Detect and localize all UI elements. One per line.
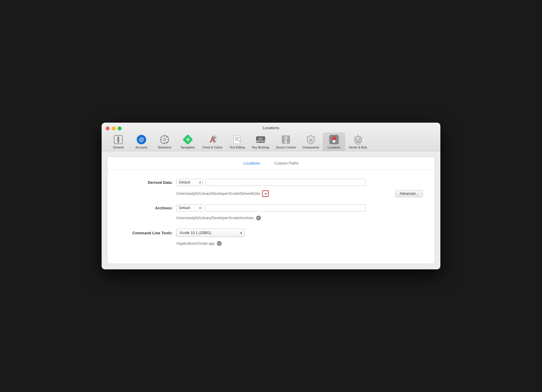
content-area: Locations Custom Paths Derived Data: Def… [102, 151, 440, 269]
cmd-reveal-button[interactable]: ➜ [217, 241, 222, 246]
toolbar-item-server-bots[interactable]: Server & Bots [346, 132, 370, 151]
command-line-tools-controls: Xcode 10.1 (10B61) None ⬍ [176, 229, 245, 237]
command-line-tools-label: Command Line Tools: [119, 231, 173, 235]
svg-point-38 [333, 137, 334, 138]
toolbar-item-source-control[interactable]: Source Control [273, 132, 299, 151]
key-bindings-icon: alt option [255, 134, 266, 145]
archives-controls: Default Relative Custom ⬍ [176, 204, 366, 211]
archives-path: /Users/andyli2/Library/Developer/Xcode/A… [176, 216, 254, 220]
toolbar-label-behaviors: Behaviors [158, 146, 171, 149]
toolbar: General @ Accounts [106, 132, 436, 151]
tab-locations[interactable]: Locations [242, 160, 261, 166]
svg-rect-8 [160, 139, 162, 140]
tabs-bar: Locations Custom Paths [107, 157, 435, 170]
minimize-button[interactable] [112, 127, 116, 130]
toolbar-item-accounts[interactable]: @ Accounts [130, 132, 153, 151]
reveal-arrow-icon: ➜ [264, 192, 267, 196]
panel-body: Derived Data: Default Relative Custom ⬍ [107, 170, 435, 264]
source-control-icon [281, 134, 291, 145]
text-editing-icon [232, 134, 242, 145]
archives-select-wrapper: Default Relative Custom ⬍ [176, 204, 203, 211]
locations-icon [329, 134, 339, 145]
archives-label: Archives: [119, 206, 173, 210]
cmd-select-wrapper: Xcode 10.1 (10B61) None ⬍ [176, 229, 245, 237]
derived-data-path: /Users/andyli2/Library/Developer/Xcode/D… [176, 192, 260, 196]
toolbar-label-source-control: Source Control [276, 146, 296, 149]
svg-point-40 [356, 139, 357, 140]
svg-text:@: @ [139, 137, 144, 143]
derived-data-path-row: /Users/andyli2/Library/Developer/Xcode/D… [176, 190, 423, 197]
window-title: Locations [263, 126, 279, 130]
archives-path-row: /Users/andyli2/Library/Developer/Xcode/A… [176, 216, 423, 220]
accounts-icon: @ [136, 134, 147, 145]
derived-data-select[interactable]: Default Relative Custom [176, 179, 203, 186]
behaviors-icon [159, 134, 170, 145]
svg-rect-6 [164, 135, 165, 137]
toolbar-item-behaviors[interactable]: Behaviors [153, 132, 176, 151]
toolbar-item-navigation[interactable]: ⊕ Navigation [177, 132, 199, 151]
main-window: Locations General @ [102, 123, 440, 269]
server-bots-icon [353, 134, 363, 145]
general-icon [113, 134, 124, 145]
archives-row: Archives: Default Relative Custom ⬍ [119, 204, 423, 211]
titlebar: Locations General @ [102, 123, 440, 151]
command-line-tools-row: Command Line Tools: Xcode 10.1 (10B61) N… [119, 229, 423, 237]
derived-data-reveal-button[interactable]: ➜ [262, 190, 269, 197]
toolbar-label-text-editing: Text Editing [229, 146, 245, 149]
archives-select[interactable]: Default Relative Custom [176, 204, 203, 211]
derived-data-label: Derived Data: [119, 180, 173, 185]
svg-point-41 [359, 139, 360, 140]
derived-data-row: Derived Data: Default Relative Custom ⬍ [119, 179, 423, 186]
derived-data-input[interactable] [205, 179, 366, 186]
navigation-icon: ⊕ [182, 134, 193, 145]
toolbar-item-general[interactable]: General [107, 132, 130, 151]
toolbar-label-components: Components [302, 146, 319, 149]
components-icon [305, 134, 316, 145]
svg-rect-21 [234, 136, 241, 144]
svg-text:A: A [209, 135, 216, 144]
archives-reveal-button[interactable]: ➜ [256, 216, 261, 220]
svg-rect-7 [164, 142, 165, 144]
svg-text:option: option [256, 140, 265, 143]
close-button[interactable] [106, 127, 110, 130]
cmd-path-row: /Applications/Xcode.app ➜ [176, 241, 423, 246]
derived-data-select-wrapper: Default Relative Custom ⬍ [176, 179, 203, 186]
toolbar-label-fonts-colors: Fonts & Colors [203, 146, 222, 149]
cmd-path: /Applications/Xcode.app [176, 241, 215, 246]
svg-text:⊕: ⊕ [186, 137, 190, 142]
toolbar-label-key-bindings: Key Bindings [252, 146, 269, 149]
svg-rect-42 [356, 141, 360, 141]
svg-rect-1 [117, 137, 119, 143]
toolbar-item-fonts-colors[interactable]: A A A Fonts & Colors [200, 132, 225, 151]
svg-point-44 [357, 135, 358, 136]
derived-data-controls: Default Relative Custom ⬍ [176, 179, 366, 186]
tab-custom-paths[interactable]: Custom Paths [273, 160, 300, 166]
svg-point-5 [163, 138, 166, 141]
fonts-colors-icon: A A A [207, 134, 218, 145]
toolbar-label-general: General [113, 146, 124, 149]
maximize-button[interactable] [118, 127, 122, 130]
traffic-lights [106, 127, 122, 130]
toolbar-item-locations[interactable]: Locations [323, 132, 345, 151]
toolbar-label-server-bots: Server & Bots [349, 146, 367, 149]
advanced-button[interactable]: Advanced... [395, 190, 423, 197]
toolbar-label-locations: Locations [328, 146, 341, 149]
toolbar-label-navigation: Navigation [181, 146, 195, 149]
svg-point-20 [214, 137, 215, 138]
command-line-tools-select[interactable]: Xcode 10.1 (10B61) None [176, 229, 245, 237]
toolbar-item-text-editing[interactable]: Text Editing [226, 132, 248, 151]
archives-input[interactable] [205, 204, 366, 211]
panel: Locations Custom Paths Derived Data: Def… [107, 157, 435, 264]
toolbar-label-accounts: Accounts [135, 146, 147, 149]
toolbar-item-components[interactable]: Components [299, 132, 322, 151]
toolbar-item-key-bindings[interactable]: alt option Key Bindings [249, 132, 272, 151]
svg-rect-9 [167, 139, 169, 140]
